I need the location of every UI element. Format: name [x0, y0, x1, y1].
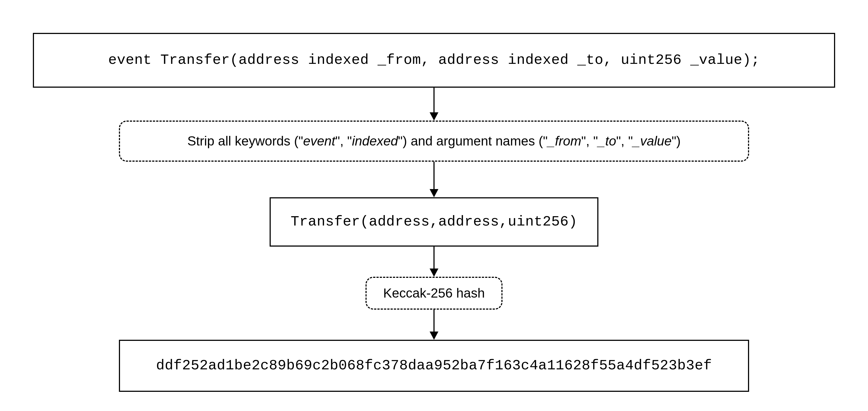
- flowchart-canvas: event Transfer(address indexed _from, ad…: [0, 0, 868, 411]
- arrow-canonical-to-hash: [426, 247, 442, 277]
- strip-text: Strip all keywords ("event", "indexed") …: [187, 132, 681, 150]
- node-source: event Transfer(address indexed _from, ad…: [33, 33, 835, 88]
- arrow-strip-to-canonical: [426, 162, 442, 197]
- svg-marker-7: [430, 331, 438, 340]
- node-hash: Keccak-256 hash: [366, 277, 502, 310]
- node-digest: ddf252ad1be2c89b69c2b068fc378daa952ba7f1…: [119, 340, 749, 392]
- arrow-hash-to-digest: [426, 310, 442, 340]
- arrow-source-to-strip: [426, 88, 442, 121]
- svg-marker-3: [430, 189, 438, 197]
- node-strip: Strip all keywords ("event", "indexed") …: [119, 121, 749, 162]
- svg-marker-5: [430, 268, 438, 277]
- node-canonical: Transfer(address,address,uint256): [270, 197, 598, 247]
- svg-marker-1: [430, 112, 438, 121]
